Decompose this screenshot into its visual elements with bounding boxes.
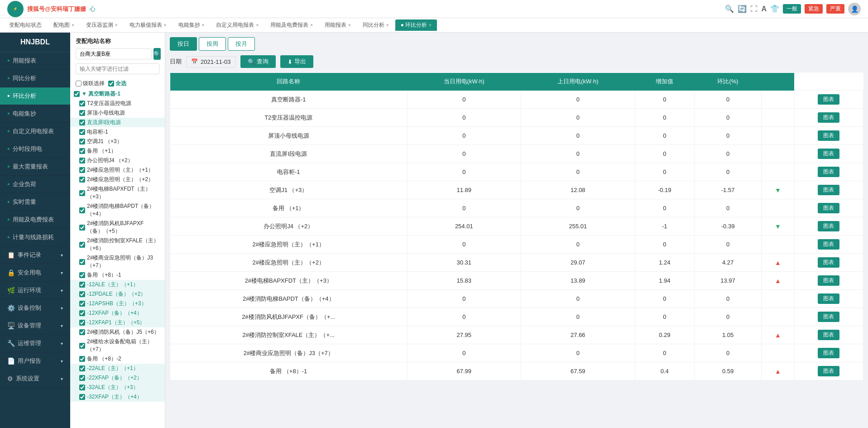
tree-node-16[interactable]: -12ALE（主）（+1） xyxy=(70,280,165,289)
tree-node-9[interactable]: 2#楼应急照明（主）（+2） xyxy=(70,175,165,184)
tree-node-25[interactable]: -22XFAP（备）（+2） xyxy=(70,373,165,383)
tree-checkbox[interactable] xyxy=(79,343,85,349)
theme-icon[interactable]: 👕 xyxy=(770,5,779,13)
sidebar-item-events[interactable]: 📋 事件记录 ▾ xyxy=(0,246,70,264)
tree-checkbox[interactable] xyxy=(79,158,85,164)
chart-button[interactable]: 图表 xyxy=(818,330,839,340)
tree-node-13[interactable]: 2#楼消防控制室XFALE（主）（+6） xyxy=(70,236,165,253)
tree-checkbox[interactable] xyxy=(79,310,85,316)
tree-node-2[interactable]: 屏顶小母线电源 xyxy=(70,108,165,118)
chart-button[interactable]: 图表 xyxy=(818,366,839,376)
chart-button[interactable]: 图表 xyxy=(818,257,839,268)
chart-button[interactable]: 图表 xyxy=(818,312,839,322)
sidebar-item-collect[interactable]: • 电能集抄 xyxy=(0,105,70,123)
tree-node-20[interactable]: -12XFAP1（主）（+5） xyxy=(70,318,165,327)
chart-button[interactable]: 图表 xyxy=(818,130,839,141)
tab-energy-report[interactable]: 用能报表 × xyxy=(319,19,356,31)
chart-button[interactable]: 图表 xyxy=(818,149,839,159)
tab-hob[interactable]: ● 环比分析 × xyxy=(395,19,437,31)
tree-node-21[interactable]: 2#楼消防风机（备）J5（+6） xyxy=(70,327,165,337)
tab-daily[interactable]: 按日 xyxy=(170,37,197,51)
tree-node-15[interactable]: 备用 （+8）-1 xyxy=(70,270,165,280)
chart-button[interactable]: 图表 xyxy=(818,112,839,123)
tab-weekly[interactable]: 按周 xyxy=(199,37,226,51)
station-search-input[interactable] xyxy=(76,48,152,59)
chart-button[interactable]: 图表 xyxy=(818,221,839,231)
badge-danger[interactable]: 严重 xyxy=(826,4,844,14)
tree-checkbox[interactable] xyxy=(79,282,85,288)
tree-node-23[interactable]: 备用 （+8）-2 xyxy=(70,354,165,364)
search-icon[interactable]: 🔍 xyxy=(725,5,734,13)
chart-button[interactable]: 图表 xyxy=(818,275,839,286)
tree-checkbox[interactable] xyxy=(79,320,85,326)
tree-checkbox[interactable] xyxy=(79,356,85,362)
tree-checkbox[interactable] xyxy=(79,242,85,248)
sidebar-item-enterprise[interactable]: • 企业负荷 xyxy=(0,176,70,193)
sidebar-item-device-mgmt[interactable]: 🖥️ 设备管理 ▾ xyxy=(0,317,70,335)
tree-checkbox[interactable] xyxy=(79,365,85,371)
tree-node-24[interactable]: -22ALE（主）（+1） xyxy=(70,364,165,373)
tab-yoy[interactable]: 同比分析 × xyxy=(357,19,394,31)
sidebar-item-hob[interactable]: • 环比分析 xyxy=(0,87,70,105)
tree-checkbox[interactable] xyxy=(79,129,85,135)
tree-checkbox[interactable] xyxy=(79,177,85,183)
export-button[interactable]: ⬇ 导出 xyxy=(280,55,313,68)
center-link[interactable]: 心 xyxy=(90,5,96,13)
user-avatar[interactable]: 👤 xyxy=(848,3,861,15)
tree-checkbox[interactable] xyxy=(79,110,85,116)
tree-checkbox[interactable] xyxy=(79,385,85,390)
tree-node-19[interactable]: -12XFAP（备）（+4） xyxy=(70,308,165,318)
sidebar-item-energy-report[interactable]: • 用能报表 xyxy=(0,52,70,70)
sidebar-item-custom[interactable]: • 自定义用电报表 xyxy=(0,123,70,140)
tree-node-18[interactable]: -12APSHB（主）（+3） xyxy=(70,299,165,308)
chart-button[interactable]: 图表 xyxy=(818,293,839,304)
tree-checkbox[interactable] xyxy=(79,207,85,213)
select-all-checkbox[interactable] xyxy=(108,81,114,87)
tree-node-10[interactable]: 2#楼电梯BAPXFDT（主）（+3） xyxy=(70,184,165,202)
tree-checkbox[interactable] xyxy=(79,167,85,173)
tree-node-1[interactable]: T2变压器温控电源 xyxy=(70,99,165,108)
sidebar-item-timeseg[interactable]: • 分时段用电 xyxy=(0,140,70,158)
tree-node-11[interactable]: 2#楼消防电梯BAPDT（备）（+4） xyxy=(70,202,165,219)
date-picker[interactable]: 📅 2021-11-03 xyxy=(186,56,236,67)
filter-input[interactable] xyxy=(76,63,159,74)
sidebar-item-loss[interactable]: • 计量与线路损耗 xyxy=(0,229,70,246)
tree-node-4[interactable]: 电容柜-1 xyxy=(70,127,165,137)
badge-warning[interactable]: 紧急 xyxy=(805,4,823,14)
sidebar-item-device-ctrl[interactable]: ⚙️ 设备控制 ▾ xyxy=(0,299,70,317)
chart-button[interactable]: 图表 xyxy=(818,94,839,105)
tree-node-14[interactable]: 2#楼商业应急照明（备）J3（+7） xyxy=(70,253,165,270)
tree-checkbox[interactable] xyxy=(79,120,85,125)
tree-node-8[interactable]: 2#楼应急照明（主）（+1） xyxy=(70,165,165,175)
chart-button[interactable]: 图表 xyxy=(818,203,839,213)
tree-checkbox[interactable] xyxy=(79,101,85,106)
tree-checkbox[interactable] xyxy=(79,148,85,154)
sidebar-item-ops[interactable]: 🔧 运维管理 ▾ xyxy=(0,335,70,352)
chart-button[interactable]: 图表 xyxy=(818,185,839,195)
tree-node-17[interactable]: -12PDALE（备）（+2） xyxy=(70,289,165,299)
tab-distribution-map[interactable]: 配电图 × xyxy=(48,19,80,31)
tree-node-26[interactable]: -32ALE（主）（+3） xyxy=(70,383,165,392)
tree-checkbox[interactable] xyxy=(79,394,85,400)
tab-power-extreme[interactable]: 电力极值报表 × xyxy=(124,19,172,31)
refresh-icon[interactable]: 🔄 xyxy=(738,5,747,13)
tree-checkbox[interactable] xyxy=(79,190,85,196)
badge-normal[interactable]: 一般 xyxy=(783,4,801,14)
chart-button[interactable]: 图表 xyxy=(818,167,839,177)
sidebar-item-system[interactable]: ⚙ 系统设置 ▾ xyxy=(0,370,70,388)
sidebar-item-yoy[interactable]: • 同比分析 xyxy=(0,70,70,87)
tree-node-22[interactable]: 2#楼给水设备配电箱（主）（+7） xyxy=(70,337,165,354)
sidebar-item-maxdemand[interactable]: • 最大需量报表 xyxy=(0,158,70,176)
tab-custom-report[interactable]: 自定义用电报表 × xyxy=(211,19,264,31)
tab-monthly[interactable]: 按月 xyxy=(228,37,255,51)
sidebar-item-user-report[interactable]: 📄 用户报告 ▾ xyxy=(0,352,70,370)
tab-transformer[interactable]: 变压器监测 × xyxy=(81,19,123,31)
tree-checkbox[interactable] xyxy=(79,272,85,278)
query-button[interactable]: 🔍 查询 xyxy=(240,55,276,68)
tree-checkbox[interactable] xyxy=(74,91,80,97)
tree-node-27[interactable]: -32XFAP（主）（+4） xyxy=(70,392,165,402)
tab-station-status[interactable]: 变配电站状态 xyxy=(4,19,47,31)
tree-node-3[interactable]: 直流屏I段电源 xyxy=(70,118,165,127)
tree-checkbox[interactable] xyxy=(79,225,85,231)
sidebar-item-realtime[interactable]: • 实时需量 xyxy=(0,193,70,211)
